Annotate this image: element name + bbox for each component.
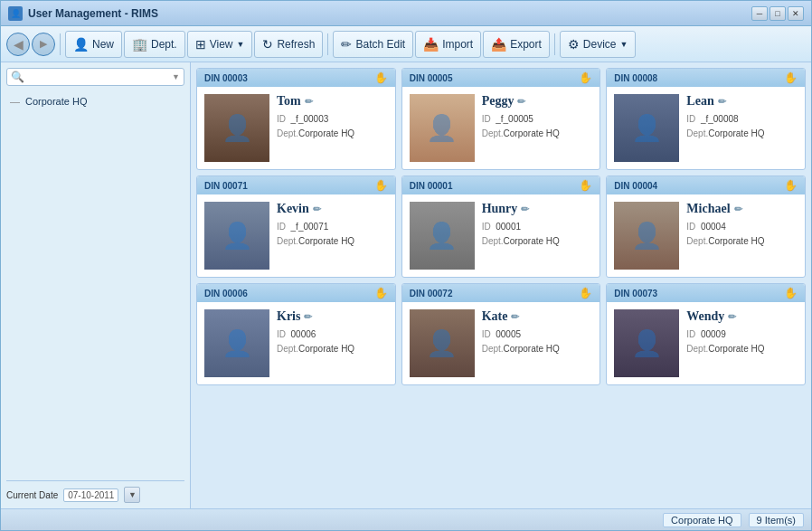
refresh-icon: ↻: [262, 37, 273, 52]
card-header: DIN 00005 ✋: [402, 69, 600, 87]
card-id-field: ID 00006: [277, 327, 388, 342]
minimize-button[interactable]: ─: [751, 6, 768, 21]
user-card[interactable]: DIN 00003 ✋ 👤 Tom ✏ ID _f_00003 Dept.Cor…: [196, 68, 396, 170]
batch-edit-icon: ✏: [341, 37, 352, 52]
card-hand-icon: ✋: [374, 287, 388, 299]
card-din: DIN 00005: [410, 73, 453, 83]
export-icon: 📤: [491, 37, 506, 52]
view-button[interactable]: ⊞ View ▼: [187, 31, 253, 58]
maximize-button[interactable]: □: [770, 6, 786, 21]
user-card[interactable]: DIN 00006 ✋ 👤 Kris ✏ ID 00006 Dept.Corpo…: [196, 283, 396, 385]
card-id-field: ID _f_00003: [277, 112, 388, 127]
card-dept-field: Dept.Corporate HQ: [686, 234, 798, 249]
edit-icon[interactable]: ✏: [313, 204, 321, 215]
user-card[interactable]: DIN 00072 ✋ 👤 Kate ✏ ID 00005 Dept.Corpo…: [401, 283, 601, 385]
window-title: User Management - RIMS: [28, 7, 746, 20]
edit-icon[interactable]: ✏: [305, 96, 313, 108]
current-date-row: Current Date 07-10-2011 ▼: [6, 487, 184, 503]
tree-item-corporate-hq[interactable]: — Corporate HQ: [6, 93, 184, 109]
card-id-field: ID _f_00008: [686, 112, 798, 127]
card-header: DIN 00072 ✋: [402, 284, 600, 302]
card-hand-icon: ✋: [579, 287, 592, 299]
import-icon: 📥: [423, 37, 439, 52]
card-din: DIN 00071: [204, 181, 248, 191]
card-din: DIN 00001: [410, 181, 453, 191]
edit-icon[interactable]: ✏: [511, 311, 519, 323]
card-id-field: ID 00005: [482, 327, 593, 342]
toolbar: ◀ ▶ 👤 New 🏢 Dept. ⊞ View ▼ ↻ Refresh ✏ B…: [1, 26, 811, 62]
device-button[interactable]: ⚙ Device ▼: [560, 31, 637, 58]
card-body: 👤 Wendy ✏ ID 00009 Dept.Corporate HQ: [607, 302, 805, 384]
search-icon: 🔍: [11, 71, 24, 83]
card-header: DIN 00071 ✋: [197, 176, 395, 194]
tree-item-label: Corporate HQ: [25, 96, 87, 107]
search-dropdown-icon[interactable]: ▼: [172, 72, 180, 81]
card-info: Hunry ✏ ID 00001 Dept.Corporate HQ: [482, 202, 593, 249]
card-body: 👤 Kate ✏ ID 00005 Dept.Corporate HQ: [402, 302, 600, 384]
card-name: Michael ✏: [686, 202, 798, 216]
card-body: 👤 Michael ✏ ID 00004 Dept.Corporate HQ: [607, 194, 805, 277]
card-header: DIN 00001 ✋: [402, 176, 600, 194]
edit-icon[interactable]: ✏: [517, 96, 525, 108]
import-button[interactable]: 📥 Import: [415, 31, 481, 58]
card-id-field: ID 00009: [686, 327, 798, 342]
device-icon: ⚙: [568, 37, 580, 52]
card-din: DIN 00072: [410, 289, 453, 299]
dept-label: Dept.: [151, 38, 177, 51]
refresh-button[interactable]: ↻ Refresh: [254, 31, 323, 58]
toolbar-separator-2: [327, 33, 328, 55]
card-info: Lean ✏ ID _f_00008 Dept.Corporate HQ: [686, 94, 798, 141]
export-button[interactable]: 📤 Export: [483, 31, 550, 58]
edit-icon[interactable]: ✏: [728, 311, 736, 323]
edit-icon[interactable]: ✏: [718, 96, 726, 108]
card-id-field: ID _f_00005: [482, 112, 593, 127]
card-dept-field: Dept.Corporate HQ: [277, 234, 388, 249]
view-label: View: [210, 38, 233, 51]
card-hand-icon: ✋: [374, 71, 388, 84]
card-header: DIN 00008 ✋: [607, 69, 805, 87]
edit-icon[interactable]: ✏: [304, 311, 312, 323]
user-card[interactable]: DIN 00001 ✋ 👤 Hunry ✏ ID 00001 Dept.Corp…: [401, 175, 601, 278]
card-name: Wendy ✏: [686, 309, 798, 324]
card-name: Lean ✏: [686, 94, 798, 109]
new-label: New: [92, 38, 114, 51]
search-input[interactable]: [28, 71, 168, 82]
device-dropdown-icon: ▼: [620, 40, 628, 49]
card-name: Hunry ✏: [482, 202, 593, 216]
card-hand-icon: ✋: [579, 71, 592, 84]
status-location: Corporate HQ: [663, 513, 741, 527]
calendar-button[interactable]: ▼: [124, 487, 140, 503]
new-button[interactable]: 👤 New: [65, 31, 122, 58]
card-din: DIN 00006: [204, 289, 248, 299]
edit-icon[interactable]: ✏: [521, 204, 529, 215]
status-bar: Corporate HQ 9 Item(s): [1, 508, 811, 530]
user-card[interactable]: DIN 00004 ✋ 👤 Michael ✏ ID 00004 Dept.Co…: [606, 175, 806, 278]
batch-edit-button[interactable]: ✏ Batch Edit: [333, 31, 413, 58]
current-date-label: Current Date: [6, 490, 58, 500]
import-label: Import: [442, 38, 473, 51]
batch-edit-label: Batch Edit: [355, 38, 405, 51]
toolbar-separator-3: [554, 33, 555, 55]
user-card[interactable]: DIN 00008 ✋ 👤 Lean ✏ ID _f_00008 Dept.Co…: [606, 68, 806, 170]
sidebar: 🔍 ▼ — Corporate HQ Current Date 07-10-20…: [1, 62, 191, 508]
refresh-label: Refresh: [277, 38, 315, 51]
user-card[interactable]: DIN 00073 ✋ 👤 Wendy ✏ ID 00009 Dept.Corp…: [606, 283, 806, 385]
dept-button[interactable]: 🏢 Dept.: [124, 31, 185, 58]
card-name: Tom ✏: [277, 94, 388, 109]
edit-icon[interactable]: ✏: [734, 204, 742, 215]
back-button[interactable]: ◀: [6, 33, 30, 56]
close-button[interactable]: ✕: [788, 6, 804, 21]
card-dept-field: Dept.Corporate HQ: [686, 127, 798, 141]
card-info: Kris ✏ ID 00006 Dept.Corporate HQ: [277, 309, 388, 356]
dept-icon: 🏢: [132, 37, 147, 52]
card-photo: 👤: [204, 309, 269, 377]
card-hand-icon: ✋: [784, 179, 798, 192]
department-tree: — Corporate HQ: [6, 93, 184, 480]
user-card[interactable]: DIN 00071 ✋ 👤 Kevin ✏ ID _f_00071 Dept.C…: [196, 175, 396, 278]
card-info: Peggy ✏ ID _f_00005 Dept.Corporate HQ: [482, 94, 593, 141]
forward-button[interactable]: ▶: [32, 33, 55, 56]
user-card[interactable]: DIN 00005 ✋ 👤 Peggy ✏ ID _f_00005 Dept.C…: [401, 68, 601, 170]
card-header: DIN 00006 ✋: [197, 284, 395, 302]
window-controls: ─ □ ✕: [751, 6, 804, 21]
card-header: DIN 00073 ✋: [607, 284, 805, 302]
